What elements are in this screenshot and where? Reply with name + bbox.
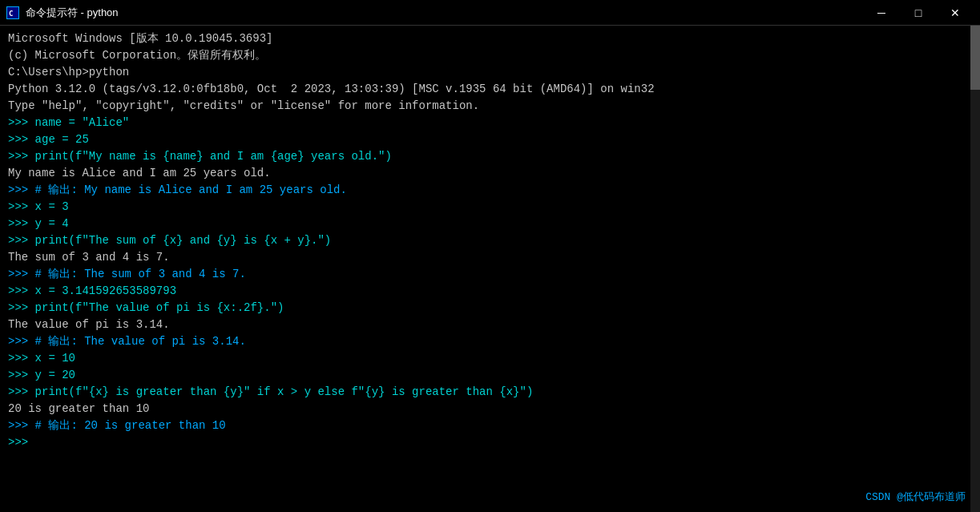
titlebar: C 命令提示符 - python ─ □ ✕ [0,0,980,26]
terminal-line: >>> x = 3.141592653589793 [8,283,972,300]
terminal-line: >>> # 输出: The value of pi is 3.14. [8,333,972,350]
terminal-line: 20 is greater than 10 [8,401,972,417]
minimize-button[interactable]: ─ [863,0,900,26]
terminal-output[interactable]: Microsoft Windows [版本 10.0.19045.3693](c… [0,26,980,512]
window-title: 命令提示符 - python [26,6,863,20]
terminal-line: >>> # 输出: 20 is greater than 10 [8,417,972,434]
terminal-line: >>> # 输出: My name is Alice and I am 25 y… [8,182,972,199]
terminal-line: >>> [8,434,972,451]
terminal-line: >>> print(f"{x} is greater than {y}" if … [8,384,972,401]
terminal-line: My name is Alice and I am 25 years old. [8,165,972,182]
watermark: CSDN @低代码布道师 [865,490,966,504]
terminal-line: >>> print(f"The value of pi is {x:.2f}."… [8,300,972,316]
terminal-line: >>> x = 3 [8,199,972,216]
maximize-button[interactable]: □ [900,0,937,26]
terminal-line: >>> y = 4 [8,216,972,232]
scrollbar-thumb[interactable] [970,26,980,90]
terminal-line: >>> print(f"My name is {name} and I am {… [8,148,972,165]
terminal-line: Type "help", "copyright", "credits" or "… [8,98,972,115]
app-icon: C [6,6,19,19]
terminal-line: The sum of 3 and 4 is 7. [8,249,972,266]
window-controls: ─ □ ✕ [863,0,974,26]
cmd-window: C 命令提示符 - python ─ □ ✕ Microsoft Windows… [0,0,980,512]
terminal-line: >>> y = 20 [8,367,972,384]
terminal-line: (c) Microsoft Corporation。保留所有权利。 [8,47,972,64]
terminal-line: >>> x = 10 [8,350,972,367]
terminal-line: Python 3.12.0 (tags/v3.12.0:0fb18b0, Oct… [8,81,972,98]
svg-text:C: C [9,10,13,18]
terminal-line: Microsoft Windows [版本 10.0.19045.3693] [8,30,972,47]
terminal-line: The value of pi is 3.14. [8,316,972,333]
terminal-line: C:\Users\hp>python [8,64,972,81]
scrollbar[interactable] [970,26,980,512]
terminal-line: >>> # 输出: The sum of 3 and 4 is 7. [8,266,972,283]
terminal-line: >>> age = 25 [8,131,972,148]
terminal-line: >>> print(f"The sum of {x} and {y} is {x… [8,232,972,249]
terminal-line: >>> name = "Alice" [8,115,972,131]
close-button[interactable]: ✕ [937,0,974,26]
